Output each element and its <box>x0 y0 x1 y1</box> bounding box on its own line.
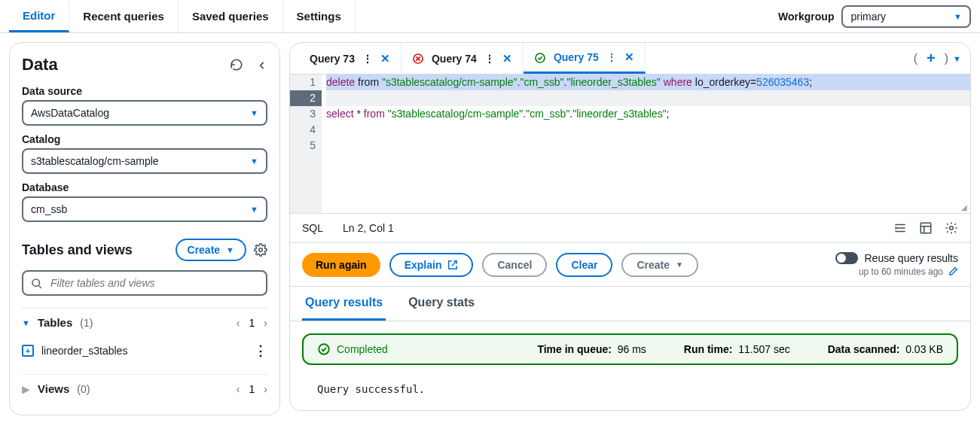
svg-point-1 <box>32 279 39 286</box>
refresh-icon[interactable] <box>230 58 243 71</box>
tables-page: 1 <box>249 317 255 329</box>
prev-icon[interactable]: ‹ <box>237 383 240 395</box>
tables-row[interactable]: ▼ Tables (1) ‹ 1 › <box>22 308 267 336</box>
collapse-icon[interactable] <box>257 59 267 71</box>
cancel-button: Cancel <box>482 253 547 277</box>
tables-label: Tables <box>38 316 72 329</box>
expand-icon[interactable]: ▶ <box>22 383 30 395</box>
data-source-label: Data source <box>22 85 267 97</box>
format-icon[interactable] <box>893 221 907 235</box>
next-icon[interactable]: › <box>264 317 267 329</box>
nav-tab-saved[interactable]: Saved queries <box>179 0 283 32</box>
run-button[interactable]: Run again <box>302 253 380 277</box>
resize-handle-icon[interactable]: ◢ <box>961 203 967 211</box>
result-tab-stats[interactable]: Query stats <box>405 287 478 321</box>
create-label: Create <box>188 244 221 256</box>
caret-down-icon: ▼ <box>250 205 258 214</box>
caret-down-icon: ▼ <box>226 245 234 254</box>
views-count: (0) <box>77 383 90 395</box>
tab-menu-icon[interactable]: ⋮ <box>484 53 495 65</box>
tables-count: (1) <box>80 317 93 329</box>
workgroup-area: Workgroup primary ▼ <box>778 5 971 28</box>
caret-down-icon: ▼ <box>954 12 962 21</box>
nav-tab-editor[interactable]: Editor <box>9 0 69 32</box>
catalog-value: s3tablescatalog/cm-sample <box>31 155 159 167</box>
svg-rect-4 <box>920 224 931 234</box>
filter-input[interactable] <box>49 276 258 290</box>
gear-icon[interactable] <box>254 243 267 257</box>
result-banner: Completed Time in queue: 96 ms Run time:… <box>302 333 958 365</box>
editor-status-bar: SQL Ln 2, Col 1 <box>290 214 970 243</box>
workgroup-value: primary <box>850 11 886 23</box>
tables-views-title: Tables and views <box>22 242 133 258</box>
data-source-value: AwsDataCatalog <box>31 107 109 119</box>
clear-button[interactable]: Clear <box>556 253 612 277</box>
result-tabs: Query results Query stats <box>290 287 970 321</box>
create-query-button: Create ▼ <box>621 253 698 277</box>
data-title: Data <box>22 55 58 75</box>
data-source-select[interactable]: AwsDataCatalog ▼ <box>22 100 267 126</box>
result-tab-results[interactable]: Query results <box>302 287 386 321</box>
svg-point-0 <box>259 248 263 252</box>
add-tab-button[interactable]: + <box>922 50 940 67</box>
gear-icon[interactable] <box>945 221 958 235</box>
create-button[interactable]: Create ▼ <box>176 239 246 261</box>
layout-icon[interactable] <box>919 221 933 235</box>
tab-menu-icon[interactable]: ⋮ <box>362 53 373 65</box>
nav-tab-recent[interactable]: Recent queries <box>69 0 179 32</box>
search-icon <box>31 276 43 289</box>
tab-label: Query 75 <box>554 51 599 63</box>
edit-icon[interactable] <box>948 266 958 277</box>
lang-indicator: SQL <box>302 222 323 234</box>
prev-icon[interactable]: ‹ <box>237 317 240 329</box>
table-name: lineorder_s3tables <box>41 345 127 357</box>
database-select[interactable]: cm_ssb ▼ <box>22 196 267 222</box>
code-lines[interactable]: delete from "s3tablescatalog/cm-sample".… <box>322 75 970 213</box>
workgroup-label: Workgroup <box>778 11 834 23</box>
close-icon[interactable]: ✕ <box>380 52 390 65</box>
tabs-dropdown-icon[interactable]: ▼ <box>953 54 961 63</box>
query-tab-75[interactable]: Query 75 ⋮ ✕ <box>524 43 646 74</box>
catalog-select[interactable]: s3tablescatalog/cm-sample ▼ <box>22 148 267 174</box>
success-icon <box>317 342 331 356</box>
tab-menu-icon[interactable]: ⋮ <box>606 51 617 63</box>
caret-down-icon: ▼ <box>250 108 258 117</box>
close-icon[interactable]: ✕ <box>624 50 634 64</box>
status-text: Completed <box>337 343 388 355</box>
editor-panel: Query 73 ⋮ ✕ Query 74 ⋮ ✕ Query 75 <box>289 42 971 411</box>
error-icon <box>412 52 424 65</box>
catalog-label: Catalog <box>22 133 267 145</box>
next-icon[interactable]: › <box>264 383 267 395</box>
views-row[interactable]: ▶ Views (0) ‹ 1 › <box>22 374 267 403</box>
caret-down-icon: ▼ <box>250 157 258 166</box>
filter-input-wrap[interactable] <box>22 270 267 296</box>
svg-point-5 <box>950 227 954 230</box>
reuse-label: Reuse query results <box>864 252 958 264</box>
reuse-toggle[interactable] <box>835 252 858 264</box>
table-menu-icon[interactable]: ⋮ <box>254 342 267 359</box>
query-tab-73[interactable]: Query 73 ⋮ ✕ <box>299 43 401 74</box>
success-icon <box>534 50 546 63</box>
paren-right: ) <box>945 52 948 65</box>
views-page: 1 <box>249 383 255 395</box>
reuse-sub: up to 60 minutes ago <box>859 266 943 277</box>
tab-label: Query 74 <box>432 53 477 65</box>
expand-icon[interactable]: ▼ <box>22 318 30 327</box>
code-editor[interactable]: 1 2 3 4 5 delete from "s3tablescatalog/c… <box>290 75 970 214</box>
expand-table-icon[interactable]: + <box>22 345 34 357</box>
tab-label: Query 73 <box>310 53 355 65</box>
query-tab-74[interactable]: Query 74 ⋮ ✕ <box>401 43 524 74</box>
data-panel: Data Data source AwsDataCatalog ▼ Catalo… <box>9 42 280 415</box>
table-item[interactable]: + lineorder_s3tables ⋮ <box>22 336 267 365</box>
nav-tab-settings[interactable]: Settings <box>283 0 356 32</box>
workgroup-select[interactable]: primary ▼ <box>841 5 971 28</box>
explain-button[interactable]: Explain <box>389 253 474 277</box>
paren-left: ( <box>914 52 917 65</box>
action-bar: Run again Explain Cancel Clear Create ▼ … <box>290 243 970 287</box>
cursor-position: Ln 2, Col 1 <box>343 222 394 234</box>
views-label: Views <box>38 382 69 395</box>
database-label: Database <box>22 181 267 193</box>
line-gutter: 1 2 3 4 5 <box>290 75 322 213</box>
close-icon[interactable]: ✕ <box>502 52 512 65</box>
database-value: cm_ssb <box>31 203 67 215</box>
